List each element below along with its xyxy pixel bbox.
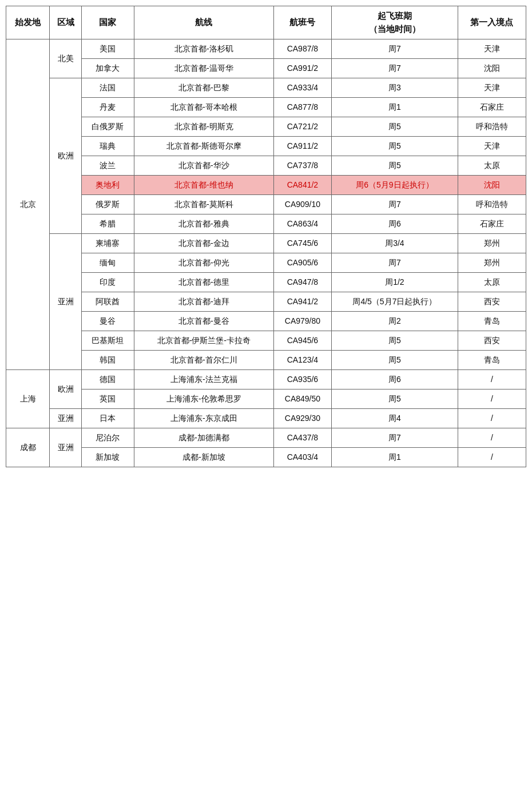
cell-schedule: 周7 [331,195,458,214]
table-row: 印度北京首都-德里CA947/8周1/2太原 [6,273,526,292]
cell-route: 北京首都-德里 [134,273,273,292]
cell-flight: CA911/2 [273,137,331,156]
cell-entry: 天津 [458,137,526,156]
cell-flight: CA863/4 [273,214,331,234]
cell-flight: CA935/6 [273,370,331,389]
cell-flight: CA123/4 [273,351,331,370]
cell-schedule: 周5 [331,137,458,156]
cell-flight: CA941/2 [273,292,331,312]
cell-country: 加拿大 [81,59,134,78]
cell-route: 北京首都-伊斯兰堡-卡拉奇 [134,331,273,351]
cell-country: 俄罗斯 [81,195,134,214]
cell-entry: 天津 [458,78,526,98]
cell-flight: CA947/8 [273,273,331,292]
table-row: 俄罗斯北京首都-莫斯科CA909/10周7呼和浩特 [6,195,526,214]
cell-entry: 沈阳 [458,59,526,78]
cell-entry: 呼和浩特 [458,117,526,137]
cell-country: 德国 [81,370,134,389]
cell-flight: CA945/6 [273,331,331,351]
cell-schedule: 周6 [331,214,458,234]
header-origin: 始发地 [6,6,50,39]
cell-schedule: 周4/5（5月7日起执行） [331,292,458,312]
cell-country: 波兰 [81,156,134,176]
cell-route: 北京首都-曼谷 [134,312,273,331]
cell-schedule: 周5 [331,331,458,351]
cell-country: 韩国 [81,351,134,370]
cell-country: 日本 [81,409,134,428]
cell-country: 阿联酋 [81,292,134,312]
cell-flight: CA403/4 [273,448,331,467]
cell-country: 尼泊尔 [81,428,134,448]
flight-table: 始发地 区域 国家 航线 航班号 起飞班期（当地时间） 第一入境点 北京北美美国… [6,6,526,467]
cell-country: 法国 [81,78,134,98]
cell-country: 新加坡 [81,448,134,467]
cell-origin: 上海 [6,370,50,428]
cell-country: 希腊 [81,214,134,234]
cell-entry: 西安 [458,331,526,351]
table-row: 曼谷北京首都-曼谷CA979/80周2青岛 [6,312,526,331]
table-row: 巴基斯坦北京首都-伊斯兰堡-卡拉奇CA945/6周5西安 [6,331,526,351]
cell-flight: CA909/10 [273,195,331,214]
cell-entry: 沈阳 [458,176,526,195]
cell-route: 北京首都-莫斯科 [134,195,273,214]
cell-region: 北美 [50,39,81,78]
cell-schedule: 周5 [331,351,458,370]
cell-flight: CA841/2 [273,176,331,195]
cell-route: 北京首都-维也纳 [134,176,273,195]
cell-route: 北京首都-斯德哥尔摩 [134,137,273,156]
cell-schedule: 周2 [331,312,458,331]
table-row: 亚洲日本上海浦东-东京成田CA929/30周4/ [6,409,526,428]
cell-route: 北京首都-首尔仁川 [134,351,273,370]
cell-route: 上海浦东-法兰克福 [134,370,273,389]
cell-country: 丹麦 [81,98,134,117]
cell-region: 欧洲 [50,78,81,234]
cell-entry: 郑州 [458,253,526,273]
cell-entry: 石家庄 [458,214,526,234]
cell-flight: CA979/80 [273,312,331,331]
table-row: 丹麦北京首都-哥本哈根CA877/8周1石家庄 [6,98,526,117]
cell-entry: 青岛 [458,351,526,370]
cell-entry: 呼和浩特 [458,195,526,214]
cell-country: 缅甸 [81,253,134,273]
table-row: 波兰北京首都-华沙CA737/8周5太原 [6,156,526,176]
table-row: 瑞典北京首都-斯德哥尔摩CA911/2周5天津 [6,137,526,156]
cell-flight: CA991/2 [273,59,331,78]
cell-origin: 成都 [6,428,50,467]
table-row: 英国上海浦东-伦敦希思罗CA849/50周5/ [6,389,526,409]
cell-flight: CA721/2 [273,117,331,137]
header-schedule: 起飞班期（当地时间） [331,6,458,39]
cell-flight: CA437/8 [273,428,331,448]
cell-country: 白俄罗斯 [81,117,134,137]
cell-country: 奥地利 [81,176,134,195]
cell-schedule: 周7 [331,39,458,59]
cell-route: 北京首都-迪拜 [134,292,273,312]
table-row: 奥地利北京首都-维也纳CA841/2周6（5月9日起执行）沈阳 [6,176,526,195]
cell-schedule: 周7 [331,253,458,273]
cell-entry: / [458,428,526,448]
cell-region: 亚洲 [50,409,81,428]
cell-region: 亚洲 [50,428,81,467]
table-row: 缅甸北京首都-仰光CA905/6周7郑州 [6,253,526,273]
cell-country: 印度 [81,273,134,292]
cell-route: 北京首都-哥本哈根 [134,98,273,117]
cell-flight: CA929/30 [273,409,331,428]
cell-route: 北京首都-雅典 [134,214,273,234]
cell-flight: CA849/50 [273,389,331,409]
cell-route: 北京首都-仰光 [134,253,273,273]
cell-schedule: 周5 [331,389,458,409]
header-flight: 航班号 [273,6,331,39]
cell-entry: / [458,448,526,467]
table-row: 加拿大北京首都-温哥华CA991/2周7沈阳 [6,59,526,78]
cell-schedule: 周1/2 [331,273,458,292]
cell-country: 曼谷 [81,312,134,331]
cell-country: 英国 [81,389,134,409]
table-header-row: 始发地 区域 国家 航线 航班号 起飞班期（当地时间） 第一入境点 [6,6,526,39]
cell-schedule: 周1 [331,98,458,117]
cell-schedule: 周6 [331,370,458,389]
cell-route: 北京首都-巴黎 [134,78,273,98]
table-row: 白俄罗斯北京首都-明斯克CA721/2周5呼和浩特 [6,117,526,137]
flight-table-wrapper: 始发地 区域 国家 航线 航班号 起飞班期（当地时间） 第一入境点 北京北美美国… [6,6,526,467]
cell-schedule: 周7 [331,428,458,448]
cell-flight: CA745/6 [273,234,331,253]
cell-entry: 郑州 [458,234,526,253]
